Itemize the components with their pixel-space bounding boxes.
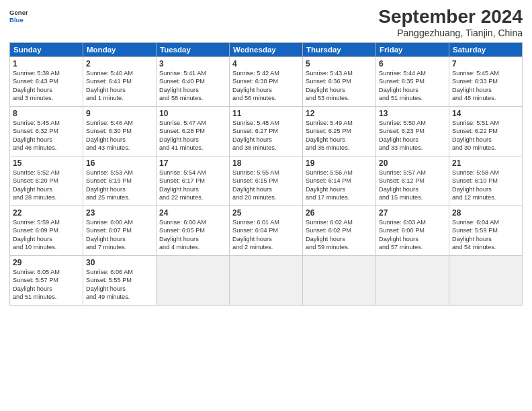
table-row: 1Sunrise: 5:39 AMSunset: 6:43 PMDaylight… <box>10 56 83 106</box>
day-number: 4 <box>232 59 300 68</box>
day-info: Sunrise: 5:52 AMSunset: 6:20 PMDaylight … <box>13 169 80 202</box>
header: General Blue September 2024 Panggezhuang… <box>9 7 523 38</box>
day-info: Sunrise: 5:59 AMSunset: 6:09 PMDaylight … <box>13 218 80 252</box>
day-number: 7 <box>452 59 519 68</box>
day-number: 21 <box>452 158 519 168</box>
day-info: Sunrise: 5:49 AMSunset: 6:25 PMDaylight … <box>306 119 373 152</box>
weekday-header-row: Sunday Monday Tuesday Wednesday Thursday… <box>10 42 523 56</box>
col-thursday: Thursday <box>303 42 376 56</box>
day-info: Sunrise: 6:06 AMSunset: 5:55 PMDaylight … <box>86 268 153 302</box>
table-row <box>157 255 230 305</box>
day-info: Sunrise: 6:03 AMSunset: 6:00 PMDaylight … <box>379 218 446 252</box>
day-info: Sunrise: 5:58 AMSunset: 6:10 PMDaylight … <box>452 169 519 202</box>
table-row: 2Sunrise: 5:40 AMSunset: 6:41 PMDaylight… <box>83 56 157 106</box>
table-row: 25Sunrise: 6:01 AMSunset: 6:04 PMDayligh… <box>230 205 303 255</box>
col-monday: Monday <box>83 42 157 56</box>
table-row: 24Sunrise: 6:00 AMSunset: 6:05 PMDayligh… <box>157 205 230 255</box>
calendar-row: 15Sunrise: 5:52 AMSunset: 6:20 PMDayligh… <box>10 156 523 205</box>
day-info: Sunrise: 5:40 AMSunset: 6:41 PMDaylight … <box>86 69 153 103</box>
table-row: 19Sunrise: 5:56 AMSunset: 6:14 PMDayligh… <box>303 156 376 205</box>
day-number: 13 <box>379 109 446 118</box>
table-row: 9Sunrise: 5:46 AMSunset: 6:30 PMDaylight… <box>83 106 157 156</box>
col-friday: Friday <box>376 42 449 56</box>
table-row: 12Sunrise: 5:49 AMSunset: 6:25 PMDayligh… <box>303 106 376 156</box>
day-info: Sunrise: 5:45 AMSunset: 6:33 PMDaylight … <box>452 69 519 103</box>
table-row: 28Sunrise: 6:04 AMSunset: 5:59 PMDayligh… <box>449 205 523 255</box>
day-info: Sunrise: 5:45 AMSunset: 6:32 PMDaylight … <box>13 119 80 152</box>
day-info: Sunrise: 5:50 AMSunset: 6:23 PMDaylight … <box>379 119 446 152</box>
calendar-row: 29Sunrise: 6:05 AMSunset: 5:57 PMDayligh… <box>10 255 523 305</box>
day-number: 18 <box>232 158 300 168</box>
table-row: 30Sunrise: 6:06 AMSunset: 5:55 PMDayligh… <box>83 255 157 305</box>
logo-icon: General Blue <box>9 7 28 26</box>
day-number: 22 <box>13 208 80 218</box>
location-title: Panggezhuang, Tianjin, China <box>378 28 523 38</box>
day-info: Sunrise: 5:51 AMSunset: 6:22 PMDaylight … <box>452 119 519 152</box>
calendar-row: 22Sunrise: 5:59 AMSunset: 6:09 PMDayligh… <box>10 205 523 255</box>
day-info: Sunrise: 6:02 AMSunset: 6:02 PMDaylight … <box>306 218 373 252</box>
table-row: 16Sunrise: 5:53 AMSunset: 6:19 PMDayligh… <box>83 156 157 205</box>
calendar-row: 1Sunrise: 5:39 AMSunset: 6:43 PMDaylight… <box>10 56 523 106</box>
day-number: 5 <box>306 59 373 68</box>
title-block: September 2024 Panggezhuang, Tianjin, Ch… <box>378 7 523 38</box>
table-row: 11Sunrise: 5:48 AMSunset: 6:27 PMDayligh… <box>230 106 303 156</box>
day-info: Sunrise: 6:01 AMSunset: 6:04 PMDaylight … <box>232 218 300 252</box>
col-saturday: Saturday <box>449 42 523 56</box>
day-info: Sunrise: 5:44 AMSunset: 6:35 PMDaylight … <box>379 69 446 103</box>
day-info: Sunrise: 5:39 AMSunset: 6:43 PMDaylight … <box>13 69 80 103</box>
day-info: Sunrise: 5:41 AMSunset: 6:40 PMDaylight … <box>159 69 226 103</box>
logo: General Blue <box>9 7 28 26</box>
table-row: 13Sunrise: 5:50 AMSunset: 6:23 PMDayligh… <box>376 106 449 156</box>
day-number: 25 <box>232 208 300 218</box>
month-title: September 2024 <box>378 7 523 28</box>
table-row: 7Sunrise: 5:45 AMSunset: 6:33 PMDaylight… <box>449 56 523 106</box>
day-info: Sunrise: 5:55 AMSunset: 6:15 PMDaylight … <box>232 169 300 202</box>
day-info: Sunrise: 5:54 AMSunset: 6:17 PMDaylight … <box>159 169 226 202</box>
day-number: 8 <box>13 109 80 118</box>
svg-text:Blue: Blue <box>9 16 24 24</box>
day-info: Sunrise: 6:05 AMSunset: 5:57 PMDaylight … <box>13 268 80 302</box>
table-row: 3Sunrise: 5:41 AMSunset: 6:40 PMDaylight… <box>157 56 230 106</box>
day-info: Sunrise: 5:53 AMSunset: 6:19 PMDaylight … <box>86 169 153 202</box>
table-row: 15Sunrise: 5:52 AMSunset: 6:20 PMDayligh… <box>10 156 83 205</box>
day-number: 6 <box>379 59 446 68</box>
table-row: 21Sunrise: 5:58 AMSunset: 6:10 PMDayligh… <box>449 156 523 205</box>
day-info: Sunrise: 5:47 AMSunset: 6:28 PMDaylight … <box>159 119 226 152</box>
col-sunday: Sunday <box>10 42 83 56</box>
day-number: 30 <box>86 258 153 267</box>
day-number: 17 <box>159 158 226 168</box>
table-row: 20Sunrise: 5:57 AMSunset: 6:12 PMDayligh… <box>376 156 449 205</box>
day-info: Sunrise: 5:56 AMSunset: 6:14 PMDaylight … <box>306 169 373 202</box>
day-number: 19 <box>306 158 373 168</box>
col-tuesday: Tuesday <box>157 42 230 56</box>
day-number: 2 <box>86 59 153 68</box>
day-info: Sunrise: 5:48 AMSunset: 6:27 PMDaylight … <box>232 119 300 152</box>
day-number: 3 <box>159 59 226 68</box>
table-row <box>376 255 449 305</box>
day-number: 27 <box>379 208 446 218</box>
day-number: 16 <box>86 158 153 168</box>
day-number: 10 <box>159 109 226 118</box>
day-info: Sunrise: 6:04 AMSunset: 5:59 PMDaylight … <box>452 218 519 252</box>
table-row <box>303 255 376 305</box>
day-number: 23 <box>86 208 153 218</box>
table-row: 14Sunrise: 5:51 AMSunset: 6:22 PMDayligh… <box>449 106 523 156</box>
page: General Blue September 2024 Panggezhuang… <box>0 0 532 411</box>
table-row: 10Sunrise: 5:47 AMSunset: 6:28 PMDayligh… <box>157 106 230 156</box>
table-row: 5Sunrise: 5:43 AMSunset: 6:36 PMDaylight… <box>303 56 376 106</box>
table-row: 23Sunrise: 6:00 AMSunset: 6:07 PMDayligh… <box>83 205 157 255</box>
day-number: 12 <box>306 109 373 118</box>
day-info: Sunrise: 5:57 AMSunset: 6:12 PMDaylight … <box>379 169 446 202</box>
day-info: Sunrise: 5:43 AMSunset: 6:36 PMDaylight … <box>306 69 373 103</box>
table-row: 26Sunrise: 6:02 AMSunset: 6:02 PMDayligh… <box>303 205 376 255</box>
calendar-table: Sunday Monday Tuesday Wednesday Thursday… <box>9 42 523 306</box>
day-number: 9 <box>86 109 153 118</box>
calendar-body: 1Sunrise: 5:39 AMSunset: 6:43 PMDaylight… <box>10 56 523 305</box>
table-row: 18Sunrise: 5:55 AMSunset: 6:15 PMDayligh… <box>230 156 303 205</box>
table-row: 6Sunrise: 5:44 AMSunset: 6:35 PMDaylight… <box>376 56 449 106</box>
col-wednesday: Wednesday <box>230 42 303 56</box>
day-number: 11 <box>232 109 300 118</box>
table-row <box>449 255 523 305</box>
day-info: Sunrise: 6:00 AMSunset: 6:07 PMDaylight … <box>86 218 153 252</box>
svg-text:General: General <box>9 9 28 16</box>
